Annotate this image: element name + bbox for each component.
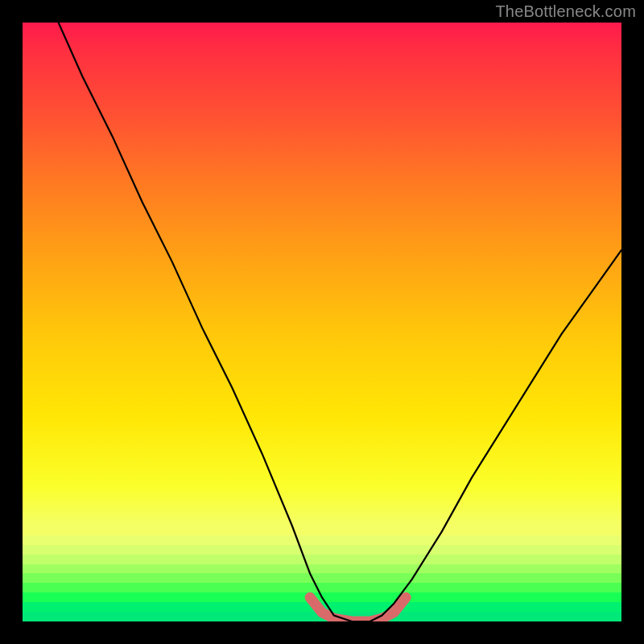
frame-border-left: [0, 0, 23, 644]
bottleneck-curve: [59, 23, 621, 621]
curve-layer: [23, 23, 621, 621]
chart-frame: TheBottleneck.com: [0, 0, 644, 644]
frame-border-right: [621, 0, 644, 644]
frame-border-top: [0, 0, 644, 23]
plot-area: [23, 23, 621, 621]
frame-border-bottom: [0, 621, 644, 644]
